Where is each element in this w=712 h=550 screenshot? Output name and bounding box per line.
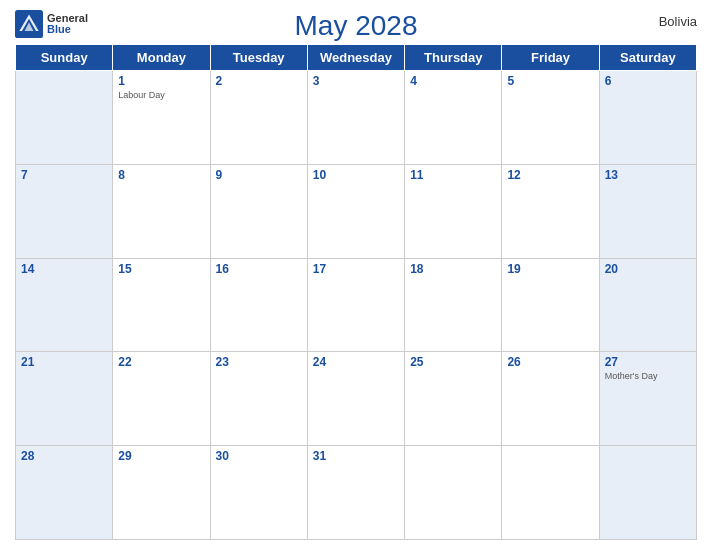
calendar-day-cell: 21 [16,352,113,446]
day-number: 28 [21,449,107,463]
header-saturday: Saturday [599,45,696,71]
calendar-day-cell: 28 [16,446,113,540]
calendar-day-cell: 29 [113,446,210,540]
calendar-day-cell: 13 [599,164,696,258]
calendar-day-cell: 18 [405,258,502,352]
calendar-day-cell [16,71,113,165]
calendar-day-cell: 1Labour Day [113,71,210,165]
calendar-day-cell [405,446,502,540]
calendar-table: Sunday Monday Tuesday Wednesday Thursday… [15,44,697,540]
day-number: 1 [118,74,204,88]
day-number: 6 [605,74,691,88]
event-label: Labour Day [118,90,204,100]
calendar-day-cell: 25 [405,352,502,446]
day-number: 29 [118,449,204,463]
calendar-week-row: 1Labour Day23456 [16,71,697,165]
calendar-day-cell: 10 [307,164,404,258]
calendar-day-cell: 30 [210,446,307,540]
calendar-week-row: 21222324252627Mother's Day [16,352,697,446]
day-number: 13 [605,168,691,182]
calendar-week-row: 14151617181920 [16,258,697,352]
calendar-week-row: 78910111213 [16,164,697,258]
logo-blue: Blue [47,24,88,35]
logo: General Blue [15,10,88,38]
day-number: 24 [313,355,399,369]
calendar-day-cell: 14 [16,258,113,352]
calendar-day-cell: 12 [502,164,599,258]
calendar-day-cell: 8 [113,164,210,258]
calendar-day-cell: 17 [307,258,404,352]
day-number: 27 [605,355,691,369]
day-number: 30 [216,449,302,463]
day-number: 3 [313,74,399,88]
calendar-day-cell: 23 [210,352,307,446]
day-number: 7 [21,168,107,182]
calendar-day-cell: 20 [599,258,696,352]
day-number: 12 [507,168,593,182]
calendar-day-cell: 26 [502,352,599,446]
header-tuesday: Tuesday [210,45,307,71]
day-number: 4 [410,74,496,88]
day-number: 15 [118,262,204,276]
calendar-header: General Blue May 2028 Bolivia [15,10,697,42]
day-number: 26 [507,355,593,369]
day-number: 5 [507,74,593,88]
calendar-day-cell: 5 [502,71,599,165]
calendar: Sunday Monday Tuesday Wednesday Thursday… [15,44,697,540]
day-number: 14 [21,262,107,276]
calendar-day-cell: 27Mother's Day [599,352,696,446]
header-friday: Friday [502,45,599,71]
day-number: 21 [21,355,107,369]
calendar-day-cell: 2 [210,71,307,165]
calendar-day-cell: 24 [307,352,404,446]
calendar-day-cell: 7 [16,164,113,258]
day-number: 10 [313,168,399,182]
calendar-day-cell: 19 [502,258,599,352]
calendar-day-cell: 31 [307,446,404,540]
day-number: 20 [605,262,691,276]
day-number: 16 [216,262,302,276]
calendar-day-cell [599,446,696,540]
day-number: 19 [507,262,593,276]
calendar-day-cell: 3 [307,71,404,165]
calendar-day-cell: 6 [599,71,696,165]
country-label: Bolivia [659,14,697,29]
calendar-body: 1Labour Day23456789101112131415161718192… [16,71,697,540]
calendar-day-cell: 16 [210,258,307,352]
calendar-day-cell: 11 [405,164,502,258]
calendar-title: May 2028 [295,10,418,42]
calendar-day-cell [502,446,599,540]
day-number: 23 [216,355,302,369]
calendar-day-cell: 9 [210,164,307,258]
day-number: 17 [313,262,399,276]
day-number: 11 [410,168,496,182]
day-number: 25 [410,355,496,369]
header-monday: Monday [113,45,210,71]
calendar-day-cell: 22 [113,352,210,446]
day-number: 2 [216,74,302,88]
weekday-header-row: Sunday Monday Tuesday Wednesday Thursday… [16,45,697,71]
calendar-day-cell: 4 [405,71,502,165]
day-number: 9 [216,168,302,182]
event-label: Mother's Day [605,371,691,381]
day-number: 18 [410,262,496,276]
calendar-week-row: 28293031 [16,446,697,540]
day-number: 22 [118,355,204,369]
calendar-day-cell: 15 [113,258,210,352]
header-thursday: Thursday [405,45,502,71]
header-wednesday: Wednesday [307,45,404,71]
day-number: 31 [313,449,399,463]
header-sunday: Sunday [16,45,113,71]
day-number: 8 [118,168,204,182]
